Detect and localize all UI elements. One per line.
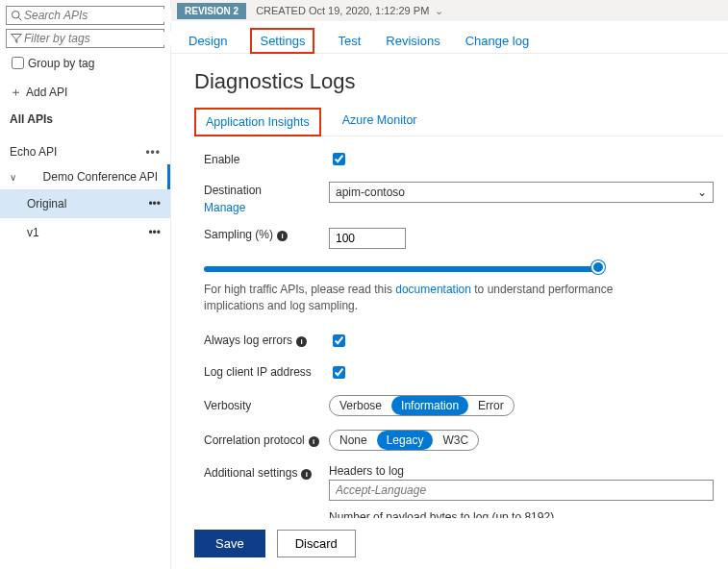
- verbosity-group: Verbose Information Error: [329, 395, 515, 416]
- destination-value: apim-contoso: [336, 186, 405, 199]
- page-title: Diagnostics Logs: [194, 69, 723, 94]
- more-icon[interactable]: •••: [148, 226, 161, 239]
- sidebar: Group by tag ＋ Add API All APIs Echo API…: [0, 0, 171, 569]
- verbosity-error[interactable]: Error: [468, 396, 514, 415]
- group-by-tag-row[interactable]: Group by tag: [8, 54, 163, 72]
- group-by-tag-label: Group by tag: [28, 57, 94, 70]
- more-icon[interactable]: •••: [148, 197, 161, 210]
- tab-test[interactable]: Test: [336, 30, 363, 52]
- group-by-tag-checkbox[interactable]: [12, 57, 24, 69]
- all-apis-heading[interactable]: All APIs: [10, 112, 161, 126]
- headers-to-log-input[interactable]: [329, 480, 714, 501]
- verbosity-information[interactable]: Information: [391, 396, 468, 415]
- more-icon[interactable]: •••: [145, 145, 161, 159]
- correlation-w3c[interactable]: W3C: [433, 431, 478, 450]
- api-sub-label: v1: [27, 226, 39, 239]
- additional-settings-label: Additional settingsi: [204, 464, 329, 480]
- top-tabs: Design Settings Test Revisions Change lo…: [171, 21, 728, 54]
- tab-design[interactable]: Design: [187, 30, 229, 52]
- revision-bar: REVISION 2 CREATED Oct 19, 2020, 1:12:29…: [171, 0, 728, 21]
- headers-to-log-label: Headers to log: [329, 464, 714, 478]
- always-log-errors-label: Always log errorsi: [204, 334, 329, 347]
- footer-actions: Save Discard: [171, 518, 728, 569]
- sampling-help: For high traffic APIs, please read this …: [204, 282, 627, 314]
- chevron-down-icon: ⌄: [697, 186, 707, 199]
- verbosity-label: Verbosity: [204, 399, 329, 412]
- search-apis[interactable]: [6, 6, 164, 25]
- main-panel: REVISION 2 CREATED Oct 19, 2020, 1:12:29…: [171, 0, 728, 569]
- add-api-label: Add API: [26, 86, 67, 99]
- svg-line-1: [18, 17, 21, 20]
- documentation-link[interactable]: documentation: [395, 283, 471, 296]
- svg-point-0: [13, 12, 20, 19]
- always-log-errors-checkbox[interactable]: [333, 334, 345, 347]
- api-item-echo[interactable]: Echo API •••: [0, 139, 170, 164]
- info-icon[interactable]: i: [309, 436, 319, 447]
- filter-by-tags[interactable]: [6, 29, 164, 48]
- api-item-demo-conference[interactable]: Demo Conference API: [0, 164, 170, 189]
- revision-badge: REVISION 2: [177, 3, 246, 19]
- payload-bytes-label: Number of payload bytes to log (up to 81…: [329, 510, 714, 518]
- sampling-input[interactable]: [329, 228, 406, 249]
- verbosity-verbose[interactable]: Verbose: [330, 396, 391, 415]
- subtab-azure-monitor[interactable]: Azure Monitor: [340, 108, 419, 136]
- svg-marker-2: [12, 35, 22, 43]
- api-sub-label: Original: [27, 197, 66, 210]
- info-icon[interactable]: i: [277, 231, 288, 241]
- save-button[interactable]: Save: [194, 530, 265, 557]
- plus-icon: ＋: [10, 84, 22, 101]
- api-label: Echo API: [10, 145, 57, 159]
- filter-input[interactable]: [22, 32, 171, 45]
- api-subitem-v1[interactable]: v1 •••: [0, 218, 170, 247]
- add-api-button[interactable]: ＋ Add API: [10, 84, 161, 101]
- api-label: Demo Conference API: [43, 170, 158, 184]
- correlation-none[interactable]: None: [330, 431, 377, 450]
- api-subitem-original[interactable]: Original •••: [0, 189, 170, 218]
- log-client-ip-checkbox[interactable]: [333, 366, 345, 379]
- correlation-group: None Legacy W3C: [329, 430, 479, 451]
- manage-link[interactable]: Manage: [204, 201, 329, 214]
- search-input[interactable]: [22, 9, 171, 22]
- info-icon[interactable]: i: [296, 336, 307, 347]
- search-icon: [11, 9, 22, 22]
- filter-icon: [11, 32, 22, 45]
- sub-tabs: Application Insights Azure Monitor: [194, 108, 723, 136]
- destination-select[interactable]: apim-contoso ⌄: [329, 182, 714, 203]
- revision-created: CREATED Oct 19, 2020, 1:12:29 PM: [256, 5, 429, 16]
- log-client-ip-label: Log client IP address: [204, 365, 329, 379]
- tab-revisions[interactable]: Revisions: [384, 30, 441, 52]
- correlation-label: Correlation protocoli: [204, 433, 329, 447]
- discard-button[interactable]: Discard: [277, 530, 356, 557]
- enable-checkbox[interactable]: [333, 153, 345, 165]
- correlation-legacy[interactable]: Legacy: [377, 431, 434, 450]
- sampling-label: Sampling (%)i: [204, 228, 329, 241]
- subtab-app-insights[interactable]: Application Insights: [194, 108, 321, 136]
- chevron-down-icon[interactable]: ⌄: [435, 5, 443, 17]
- tab-settings[interactable]: Settings: [250, 28, 314, 54]
- destination-label: Destination: [204, 184, 329, 197]
- enable-label: Enable: [204, 153, 329, 166]
- tab-changelog[interactable]: Change log: [464, 30, 532, 52]
- info-icon[interactable]: i: [301, 469, 312, 480]
- sampling-slider[interactable]: [204, 262, 598, 272]
